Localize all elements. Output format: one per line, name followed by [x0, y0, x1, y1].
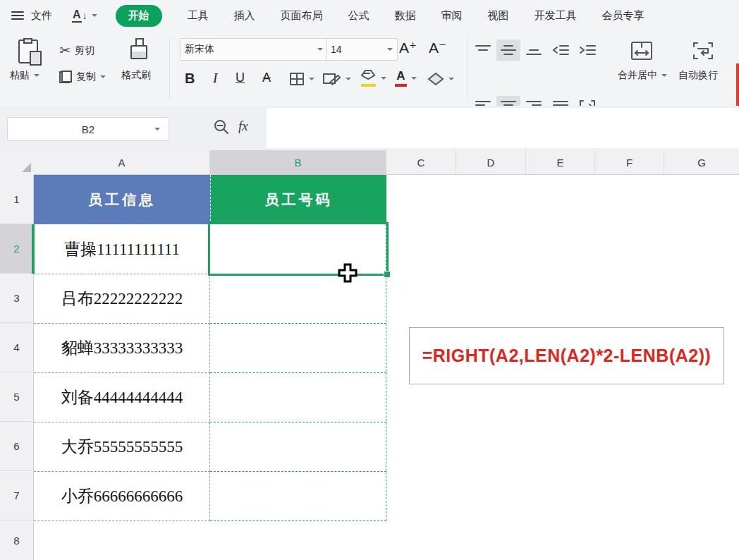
sort-control[interactable]: A ↓ [72, 8, 97, 23]
merge-center-icon[interactable] [630, 41, 654, 61]
ribbon: 粘贴 ✂ 剪切 复制 格式刷 新宋体 14 A⁺ A⁻ B I [0, 31, 739, 106]
increase-indent-icon [578, 44, 597, 56]
border-line [210, 372, 386, 373]
sort-arrow-icon: ↓ [83, 10, 87, 21]
row-header-8[interactable]: 8 [0, 521, 34, 560]
border-line [34, 372, 210, 373]
bold-button[interactable]: B [185, 71, 195, 87]
column-header-a[interactable]: A [34, 150, 210, 175]
chevron-down-icon [381, 77, 386, 80]
cell-a1[interactable]: 员工信息 [34, 175, 210, 224]
formula-input[interactable] [267, 108, 739, 148]
cell-b5[interactable] [210, 372, 386, 422]
menu-file[interactable]: 文件 [31, 9, 52, 23]
fill-color-button[interactable] [360, 69, 386, 87]
underline-button[interactable]: U [236, 71, 245, 85]
borders-icon [289, 72, 305, 86]
format-painter-button[interactable]: 格式刷 [121, 69, 151, 82]
italic-button[interactable]: I [213, 71, 217, 86]
name-box[interactable]: B2 [7, 117, 169, 141]
cell-b2[interactable] [208, 222, 389, 276]
borders-button[interactable] [289, 72, 314, 86]
cell-a3[interactable]: 吕布22222222222 [34, 274, 210, 323]
wrap-text-icon[interactable] [691, 41, 715, 61]
row-header-1[interactable]: 1 [0, 175, 34, 224]
tab-formulas[interactable]: 公式 [348, 5, 370, 27]
border-line [34, 471, 210, 472]
paste-icon[interactable] [18, 39, 38, 63]
align-top-button[interactable] [471, 39, 495, 61]
row-header-5[interactable]: 5 [0, 372, 34, 422]
decrease-indent-button[interactable] [549, 39, 573, 61]
increase-indent-button[interactable] [575, 39, 599, 61]
tab-membership[interactable]: 会员专享 [602, 5, 645, 27]
fill-handle[interactable] [384, 271, 391, 278]
cell-b6[interactable] [210, 422, 386, 471]
column-header-c[interactable]: C [386, 150, 456, 175]
zoom-out-icon[interactable] [213, 118, 231, 140]
chevron-down-icon [346, 78, 351, 80]
column-header-e[interactable]: E [526, 150, 595, 175]
tab-developer[interactable]: 开发工具 [535, 5, 577, 27]
shrink-font-button[interactable]: A⁻ [429, 39, 446, 56]
cell-a6[interactable]: 大乔55555555555 [34, 422, 210, 471]
column-header-d[interactable]: D [456, 150, 526, 175]
select-all-button[interactable] [0, 150, 35, 176]
cut-button[interactable]: ✂ 剪切 [59, 42, 94, 59]
column-header-f[interactable]: F [595, 150, 664, 175]
cell-b3[interactable] [210, 274, 386, 323]
row-header-2[interactable]: 2 [0, 224, 34, 274]
row-header-6[interactable]: 6 [0, 422, 34, 471]
fx-icon[interactable]: fx [238, 118, 248, 134]
cell-a7[interactable]: 小乔66666666666 [34, 471, 210, 521]
chevron-down-icon [154, 128, 160, 130]
copy-icon [59, 71, 72, 83]
tab-data[interactable]: 数据 [395, 5, 416, 27]
chevron-down-icon [387, 48, 393, 51]
grow-font-button[interactable]: A⁺ [399, 39, 417, 56]
strikethrough-button[interactable]: A [262, 71, 271, 85]
border-line [34, 521, 210, 521]
cell-shading-button[interactable] [323, 72, 351, 86]
align-bottom-button[interactable] [522, 39, 546, 61]
align-middle-icon [500, 44, 517, 56]
chevron-down-icon [448, 78, 454, 80]
column-header-b[interactable]: B [210, 150, 386, 175]
copy-button[interactable]: 复制 [59, 71, 106, 83]
row-header-7[interactable]: 7 [0, 471, 34, 521]
tab-page-layout[interactable]: 页面布局 [281, 5, 323, 27]
chevron-down-icon [309, 78, 314, 80]
align-middle-button[interactable] [496, 39, 520, 61]
wrap-text-button[interactable]: 自动换行 [678, 69, 718, 82]
cell-b7[interactable] [210, 471, 386, 521]
tab-review[interactable]: 审阅 [441, 5, 463, 27]
tab-view[interactable]: 视图 [488, 5, 509, 27]
cell-a5[interactable]: 刘备44444444444 [34, 372, 210, 422]
formula-textbox[interactable]: =RIGHT(A2,LEN(A2)*2-LENB(A2)) [409, 327, 724, 384]
formula-bar: B2 fx [0, 106, 739, 150]
tab-tools[interactable]: 工具 [188, 5, 209, 27]
border-line [209, 274, 210, 521]
scissors-icon: ✂ [59, 42, 71, 59]
tab-insert[interactable]: 插入 [234, 5, 255, 27]
chevron-down-icon [411, 77, 417, 80]
merge-center-button[interactable]: 合并居中 [618, 69, 667, 82]
column-header-g[interactable]: G [664, 150, 739, 175]
font-name-select[interactable]: 新宋体 [180, 38, 328, 61]
active-row-indicator [32, 224, 35, 274]
cell-b1[interactable]: 员工号码 [210, 175, 386, 224]
eraser-button[interactable] [427, 72, 454, 86]
tab-home[interactable]: 开始 [116, 5, 162, 27]
cell-a2[interactable]: 曹操11111111111 [34, 224, 210, 274]
row-header-3[interactable]: 3 [0, 274, 34, 323]
cell-b4[interactable] [210, 323, 386, 372]
cell-a4[interactable]: 貂蝉33333333333 [34, 323, 210, 372]
font-size-select[interactable]: 14 [326, 38, 398, 61]
format-painter-icon[interactable] [130, 38, 148, 59]
group-separator [467, 38, 468, 99]
paste-button[interactable]: 粘贴 [10, 69, 39, 82]
menu-hamburger-icon[interactable] [11, 11, 24, 20]
border-line [34, 422, 210, 422]
row-header-4[interactable]: 4 [0, 323, 34, 372]
font-color-button[interactable]: A [395, 69, 417, 87]
